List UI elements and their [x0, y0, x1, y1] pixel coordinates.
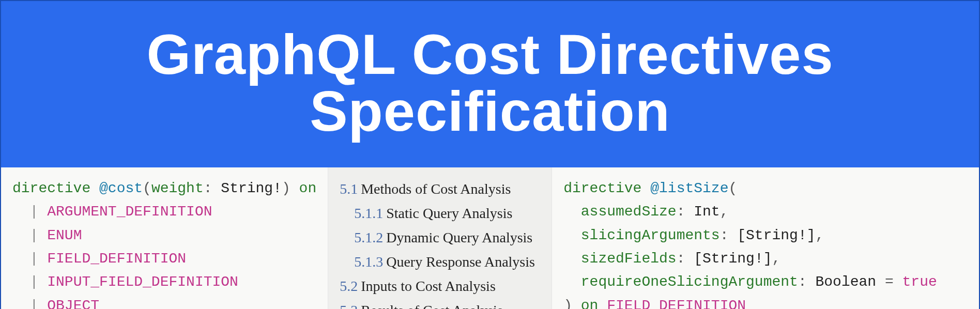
toc-item[interactable]: 5.3Results of Cost Analysis	[340, 298, 540, 309]
toc-number: 5.1	[340, 181, 358, 197]
colon: :	[204, 180, 212, 196]
toc-number: 5.3	[340, 302, 358, 309]
arg-assumed-size: assumedSize	[581, 204, 677, 220]
toc-label: Inputs to Cost Analysis	[361, 278, 496, 294]
banner: GraphQL Cost Directives Specification	[1, 1, 979, 167]
colon: :	[677, 204, 685, 220]
type-boolean: Boolean	[816, 274, 877, 290]
open-paren: (	[143, 180, 151, 196]
loc-argument-definition: ARGUMENT_DEFINITION	[47, 204, 212, 220]
keyword-on: on	[299, 180, 317, 196]
arg-slicing-arguments: slicingArguments	[581, 227, 720, 243]
default-true: true	[902, 274, 937, 290]
colon: :	[677, 251, 685, 267]
page-title: GraphQL Cost Directives Specification	[11, 26, 969, 140]
type-list-string: [String!]	[694, 251, 772, 267]
arg-weight: weight	[151, 180, 204, 196]
toc-label: Query Response Analysis	[386, 254, 535, 270]
close-paren: )	[563, 298, 572, 309]
loc-enum: ENUM	[47, 227, 82, 243]
cost-directive-code: directive @cost(weight: String!) on | AR…	[12, 177, 316, 309]
pipe: |	[30, 204, 39, 220]
loc-field-definition: FIELD_DEFINITION	[607, 298, 746, 309]
toc-item[interactable]: 5.1.2Dynamic Query Analysis	[340, 225, 540, 250]
toc-number: 5.1.1	[354, 205, 383, 221]
type-list-string: [String!]	[737, 227, 815, 243]
keyword-directive: directive	[563, 180, 641, 196]
loc-object: OBJECT	[47, 298, 99, 309]
comma: ,	[816, 227, 824, 243]
pipe: |	[30, 251, 39, 267]
close-paren: )	[282, 180, 290, 196]
cost-directive-panel: directive @cost(weight: String!) on | AR…	[1, 167, 328, 309]
toc-label: Methods of Cost Analysis	[361, 181, 511, 197]
page: GraphQL Cost Directives Specification di…	[0, 0, 980, 309]
pipe: |	[30, 274, 39, 290]
pipe: |	[30, 298, 39, 309]
listsize-directive-code: directive @listSize( assumedSize: Int, s…	[563, 177, 968, 309]
comma: ,	[720, 204, 729, 220]
comma: ,	[772, 251, 781, 267]
listsize-directive-panel: directive @listSize( assumedSize: Int, s…	[552, 167, 979, 309]
toc-label: Static Query Analysis	[386, 205, 512, 221]
loc-input-field-definition: INPUT_FIELD_DEFINITION	[47, 274, 238, 290]
toc-panel: 5.1Methods of Cost Analysis 5.1.1Static …	[328, 167, 552, 309]
type-string-nn: String!	[221, 180, 282, 196]
keyword-directive: directive	[12, 180, 90, 196]
arg-sized-fields: sizedFields	[581, 251, 677, 267]
toc-item[interactable]: 5.1.1Static Query Analysis	[340, 201, 540, 225]
toc-label: Dynamic Query Analysis	[386, 229, 532, 245]
open-paren: (	[728, 180, 737, 196]
toc-item[interactable]: 5.2Inputs to Cost Analysis	[340, 274, 540, 298]
toc-item[interactable]: 5.1Methods of Cost Analysis	[340, 177, 540, 201]
equals: =	[885, 274, 894, 290]
toc-number: 5.1.3	[354, 254, 383, 270]
toc-number: 5.1.2	[354, 229, 383, 245]
colon: :	[720, 227, 729, 243]
directive-name-cost: @cost	[99, 180, 143, 196]
loc-field-definition: FIELD_DEFINITION	[47, 251, 186, 267]
directive-name-listsize: @listSize	[650, 180, 728, 196]
content-row: directive @cost(weight: String!) on | AR…	[1, 167, 979, 309]
arg-require-one-slicing: requireOneSlicingArgument	[581, 274, 798, 290]
toc-item[interactable]: 5.1.3Query Response Analysis	[340, 250, 540, 274]
keyword-on: on	[581, 298, 599, 309]
colon: :	[798, 274, 807, 290]
type-int: Int	[694, 204, 719, 220]
toc-number: 5.2	[340, 278, 358, 294]
pipe: |	[30, 227, 39, 243]
toc-label: Results of Cost Analysis	[361, 302, 503, 309]
